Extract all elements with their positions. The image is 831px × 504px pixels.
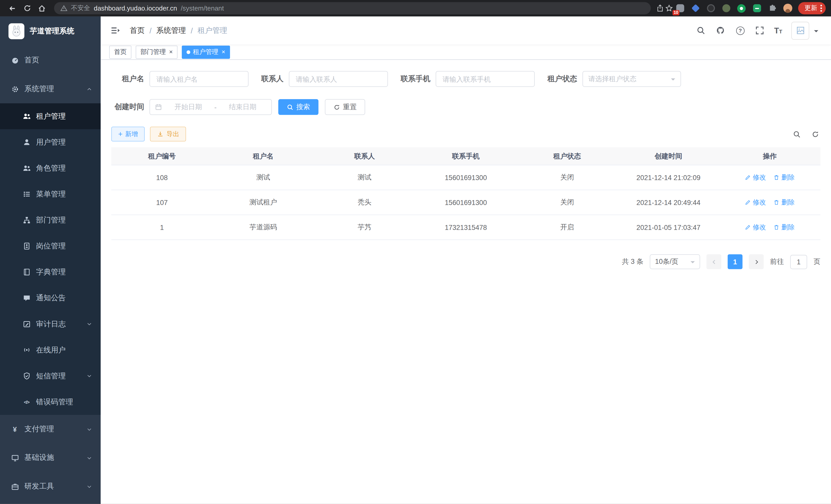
avatar-caret-icon[interactable] [814,30,819,34]
date-range-picker[interactable]: 开始日期 - 结束日期 [149,99,272,115]
delete-link[interactable]: 删除 [773,198,795,207]
table-toolbar: + 新增 导出 [111,127,821,142]
close-icon[interactable]: × [169,49,173,55]
sidebar-item-tenant[interactable]: 租户管理 [0,103,101,129]
sidebar-item-dept[interactable]: 部门管理 [0,207,101,233]
address-bar[interactable]: 不安全 dashboard.yudao.iocoder.cn/system/te… [54,2,651,14]
extension-5-icon[interactable] [737,3,746,13]
cell-name: 芋道源码 [212,223,314,232]
sidebar-item-home[interactable]: 首页 [0,46,101,75]
bookmark-button[interactable] [665,4,673,12]
column-header: 租户名 [212,151,314,161]
sidebar-item-notice[interactable]: 通知公告 [0,285,101,311]
user-avatar[interactable] [791,22,809,39]
status-select[interactable]: 请选择租户状态 [582,71,681,87]
refresh-table-button[interactable] [810,129,821,139]
edit-link[interactable]: 修改 [745,198,766,207]
add-button[interactable]: + 新增 [111,127,145,142]
roles-icon [22,164,31,172]
export-button[interactable]: 导出 [150,127,186,142]
sidebar-item-devtools[interactable]: 研发工具 [0,472,101,501]
sidebar-item-infra[interactable]: 基础设施 [0,443,101,472]
sidebar-item-menu[interactable]: 菜单管理 [0,181,101,207]
back-button[interactable] [5,1,19,15]
phone-label: 联系手机 [401,74,430,84]
sidebar-item-online-users[interactable]: 在线用户 [0,337,101,363]
user-icon [22,138,31,146]
cell-status: 关闭 [516,198,618,207]
extension-4-icon[interactable] [721,3,731,13]
reset-button[interactable]: 重置 [325,99,365,115]
sidebar-item-label: 通知公告 [36,293,92,303]
extension-1-icon[interactable]: 10 [675,3,685,13]
extension-puzzle-icon[interactable] [768,3,777,13]
goto-page-input[interactable] [790,255,807,269]
toggle-search-button[interactable] [791,129,802,139]
profile-avatar[interactable] [783,3,792,13]
edit-link[interactable]: 修改 [745,223,766,232]
date-start-placeholder[interactable]: 开始日期 [164,102,212,112]
sidebar-item-payment[interactable]: ¥ 支付管理 [0,415,101,443]
extension-6-icon[interactable] [752,3,762,13]
tenant-name-input[interactable] [149,71,249,87]
sidebar-item-label: 研发工具 [24,482,81,491]
sidebar-item-label: 基础设施 [24,453,81,463]
delete-link[interactable]: 删除 [773,173,795,182]
sidebar-item-user[interactable]: 用户管理 [0,129,101,155]
github-button[interactable] [715,25,726,36]
cell-contact: 秃头 [314,198,415,207]
next-page-button[interactable] [749,254,764,269]
cell-created: 2021-12-14 21:02:09 [618,173,719,181]
create-time-label: 创建时间 [111,102,144,112]
update-button[interactable]: 更新 [798,2,826,14]
search-button[interactable]: 搜索 [278,99,319,115]
security-label[interactable]: 不安全 [71,4,90,12]
cell-status: 关闭 [516,173,618,182]
edit-link[interactable]: 修改 [745,173,766,182]
home-button[interactable] [35,1,49,15]
fullscreen-button[interactable] [754,25,765,36]
tab-dept[interactable]: 部门管理 × [136,45,177,59]
contact-input[interactable] [289,71,388,87]
sidebar-item-errorcode[interactable]: </> 错误码管理 [0,389,101,415]
prev-page-button[interactable] [706,254,721,269]
sidebar-item-audit-log[interactable]: 审计日志 [0,311,101,337]
gear-icon [10,85,19,93]
extension-2-icon[interactable] [690,3,700,13]
sidebar-toggle-button[interactable] [109,24,121,37]
page-size-value: 10条/页 [655,257,678,266]
delete-link[interactable]: 删除 [773,223,795,232]
online-signal-icon [22,346,31,354]
breadcrumb-item[interactable]: 首页 [130,26,145,35]
sidebar-item-dict[interactable]: 字典管理 [0,259,101,285]
close-icon[interactable]: × [222,49,225,55]
download-icon [157,130,164,138]
extension-3-icon[interactable] [706,3,715,13]
page-size-select[interactable]: 10条/页 [650,254,700,269]
broken-image-icon [796,26,805,35]
breadcrumb-item[interactable]: 系统管理 [156,26,186,35]
tab-label: 首页 [114,48,127,57]
header-search-button[interactable] [695,25,706,36]
share-button[interactable] [656,4,664,12]
reload-button[interactable] [20,1,34,15]
current-page-button[interactable]: 1 [728,254,743,269]
date-end-placeholder[interactable]: 结束日期 [219,102,266,112]
tab-label: 部门管理 [141,48,166,57]
browser-menu-icon[interactable] [821,5,822,12]
tab-tenant[interactable]: 租户管理 × [182,45,230,59]
sidebar-item-label: 错误码管理 [36,397,92,407]
sidebar-item-system[interactable]: 系统管理 [0,75,101,103]
help-button[interactable]: ? [735,25,745,36]
sidebar-item-sms[interactable]: 短信管理 [0,363,101,389]
cell-contact: 测试 [314,173,415,182]
phone-input[interactable] [435,71,535,87]
cell-actions: 修改 删除 [719,198,820,207]
tab-home[interactable]: 首页 [109,45,132,59]
sidebar-item-role[interactable]: 角色管理 [0,155,101,181]
active-tab-dot [187,50,190,54]
breadcrumb-separator: / [149,26,152,35]
font-size-button[interactable]: TT [774,26,782,34]
sidebar-item-post[interactable]: 岗位管理 [0,233,101,259]
app-logo[interactable]: 芋道管理系统 [0,17,101,46]
